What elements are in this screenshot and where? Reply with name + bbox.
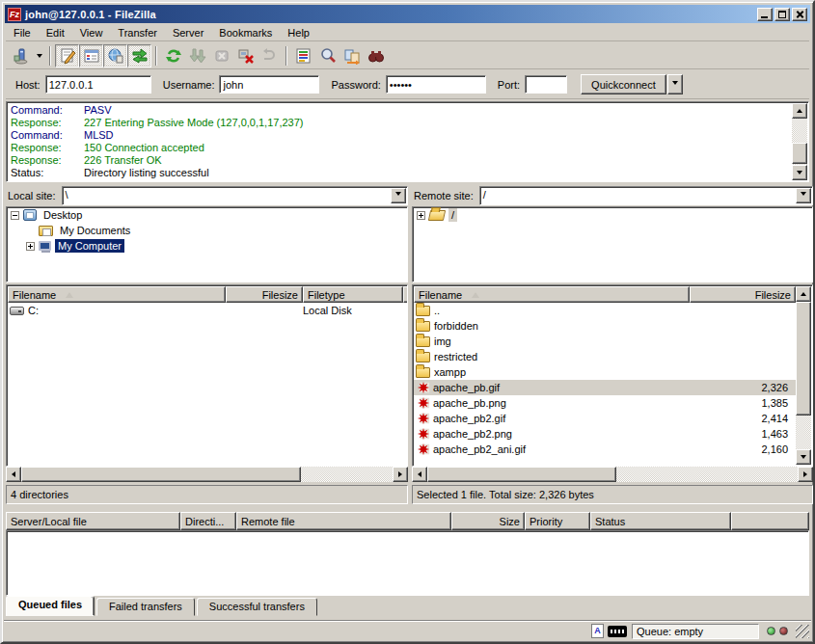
username-input[interactable] (219, 75, 319, 94)
tab-successful-transfers[interactable]: Successful transfers (197, 598, 317, 616)
quickconnect-dropdown[interactable] (667, 74, 683, 94)
remote-directory-tree: / (412, 206, 813, 282)
expand-icon[interactable] (26, 242, 35, 251)
file-search-button[interactable] (315, 44, 340, 67)
my-computer-icon (39, 241, 51, 251)
scroll-down-button[interactable] (792, 165, 807, 180)
tree-item-my-documents[interactable]: My Documents (7, 223, 407, 238)
site-manager-button[interactable] (9, 44, 33, 67)
queue-list[interactable] (6, 530, 809, 596)
scroll-thumb[interactable] (21, 467, 301, 482)
collapse-icon[interactable] (11, 211, 19, 220)
transfer-type-icon[interactable]: A (591, 624, 604, 638)
column-header-filesize[interactable]: Filesize (226, 286, 303, 303)
menu-edit[interactable]: Edit (39, 26, 72, 40)
local-file-row[interactable]: C: Local Disk (8, 303, 406, 318)
filter-button[interactable] (291, 44, 315, 67)
menu-view[interactable]: View (72, 26, 111, 40)
scroll-right-button[interactable] (393, 467, 408, 482)
tree-item-desktop[interactable]: Desktop (7, 207, 407, 223)
menu-bookmarks[interactable]: Bookmarks (211, 26, 280, 40)
resize-grip[interactable] (796, 625, 809, 638)
column-header-filename[interactable]: Filename (414, 286, 690, 303)
quickconnect-button[interactable]: Quickconnect (581, 74, 666, 94)
password-input[interactable] (386, 75, 486, 94)
scroll-left-button[interactable] (412, 467, 427, 482)
remote-site-combobox[interactable]: / (479, 186, 813, 205)
scroll-up-button[interactable] (792, 103, 807, 119)
local-site-dropdown[interactable] (391, 188, 406, 203)
menu-help[interactable]: Help (280, 26, 317, 40)
remote-file-row[interactable]: apache_pb2.png 1,463 (414, 426, 796, 442)
column-header-remote-file[interactable]: Remote file (236, 512, 451, 530)
remote-vertical-scrollbar[interactable] (796, 286, 811, 465)
speed-limit-icon[interactable] (608, 626, 627, 637)
column-header-size[interactable]: Size (451, 512, 525, 530)
directory-comparison-button[interactable] (340, 44, 364, 67)
log-line: Response:150 Connection accepted (11, 142, 788, 154)
local-site-combobox[interactable]: \ (62, 186, 408, 205)
maximize-button[interactable] (774, 8, 790, 21)
scroll-thumb[interactable] (796, 302, 811, 416)
remote-file-row[interactable]: xampp (414, 364, 796, 380)
minimize-icon (761, 16, 768, 18)
status-bar: A Queue: empty (4, 621, 811, 640)
host-input[interactable] (45, 75, 151, 94)
scroll-down-button[interactable] (796, 449, 811, 465)
toggle-message-log-button[interactable] (55, 44, 79, 67)
reconnect-button[interactable] (258, 44, 282, 67)
scroll-left-button[interactable] (6, 467, 21, 482)
remote-file-row[interactable]: restricted (414, 349, 796, 364)
column-header-direction[interactable]: Directi... (180, 512, 236, 530)
tree-item-my-computer[interactable]: My Computer (7, 238, 407, 254)
column-header-server-local-file[interactable]: Server/Local file (6, 512, 180, 530)
remote-file-row[interactable]: apache_pb2_ani.gif 2,160 (414, 442, 796, 457)
menu-transfer[interactable]: Transfer (110, 26, 165, 40)
folder-icon (416, 336, 430, 347)
column-header-status[interactable]: Status (590, 512, 731, 530)
scroll-up-button[interactable] (796, 286, 811, 302)
remote-file-row-selected[interactable]: apache_pb.gif 2,326 (414, 380, 796, 395)
column-header-priority[interactable]: Priority (525, 512, 590, 530)
cancel-operation-button[interactable] (209, 44, 233, 67)
remote-file-row[interactable]: apache_pb2.gif 2,414 (414, 411, 796, 426)
column-header-filetype[interactable]: Filetype (303, 286, 403, 303)
column-header-filesize[interactable]: Filesize (690, 286, 796, 303)
port-label: Port: (498, 79, 520, 91)
disconnect-button[interactable] (233, 44, 258, 67)
remote-file-row[interactable]: .. (414, 303, 796, 318)
tab-queued-files[interactable]: Queued files (6, 596, 95, 616)
expand-icon[interactable] (417, 211, 425, 220)
column-header-last-modified[interactable]: L (403, 286, 408, 303)
open-folder-icon (428, 210, 446, 221)
remote-file-row[interactable]: img (414, 334, 796, 349)
toolbar-separator (49, 46, 51, 66)
remote-horizontal-scrollbar[interactable] (412, 467, 813, 482)
toggle-local-tree-button[interactable] (79, 44, 103, 67)
menu-file[interactable]: File (6, 26, 39, 40)
close-button[interactable] (792, 8, 807, 21)
process-queue-button[interactable] (185, 44, 209, 67)
image-file-icon (416, 427, 431, 441)
activity-led-red-icon (779, 627, 788, 635)
column-header-filename[interactable]: Filename (8, 286, 226, 303)
toolbar (6, 42, 809, 69)
menu-server[interactable]: Server (165, 26, 211, 40)
port-input[interactable] (525, 75, 567, 94)
remote-site-dropdown[interactable] (796, 188, 811, 203)
find-files-button[interactable] (364, 44, 388, 67)
minimize-button[interactable] (757, 8, 773, 21)
log-vertical-scrollbar[interactable] (792, 103, 807, 180)
refresh-button[interactable] (161, 44, 185, 67)
tree-item-root[interactable]: / (413, 207, 812, 223)
tab-failed-transfers[interactable]: Failed transfers (96, 598, 195, 616)
local-horizontal-scrollbar[interactable] (6, 467, 408, 482)
scroll-thumb[interactable] (792, 143, 807, 164)
toggle-remote-tree-button[interactable] (103, 44, 127, 67)
scroll-thumb[interactable] (427, 467, 616, 482)
remote-file-row[interactable]: forbidden (414, 318, 796, 334)
scroll-right-button[interactable] (798, 467, 813, 482)
toggle-transfer-queue-button[interactable] (127, 44, 151, 67)
site-manager-dropdown[interactable] (33, 44, 45, 67)
remote-file-row[interactable]: apache_pb.png 1,385 (414, 395, 796, 411)
